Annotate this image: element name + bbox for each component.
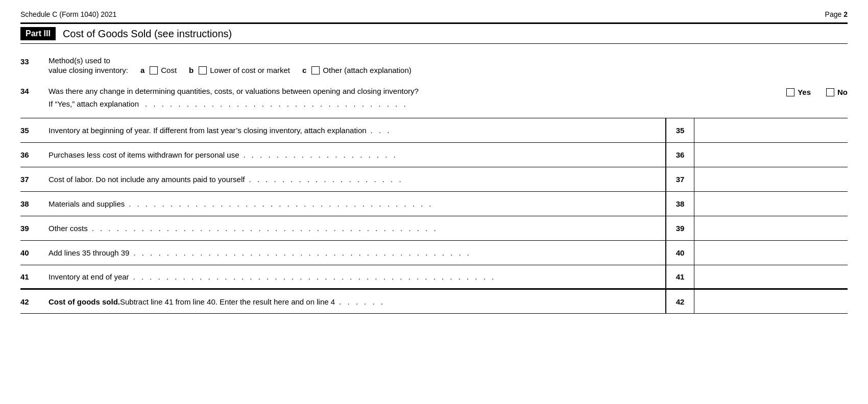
line-41-input-area: 41 (665, 265, 848, 288)
row-34: 34 Was there any change in determining q… (20, 83, 848, 113)
line-38-input-area: 38 (665, 192, 848, 216)
row-40: 40 Add lines 35 through 39 . . . . . . .… (20, 240, 848, 265)
line-42-desc: Cost of goods sold. Subtract line 41 fro… (49, 290, 665, 313)
line-38-box-id: 38 (666, 192, 694, 216)
line-37-input[interactable] (694, 167, 848, 191)
part-header: Part III Cost of Goods Sold (see instruc… (20, 22, 848, 44)
part-title: Cost of Goods Sold (see instructions) (63, 28, 232, 40)
line-42-input[interactable] (694, 290, 848, 313)
line-41-num: 41 (20, 265, 49, 288)
line-40-box-id: 40 (666, 241, 694, 265)
line-37-input-area: 37 (665, 167, 848, 191)
row-36: 36 Purchases less cost of items withdraw… (20, 142, 848, 167)
line-36-input-area: 36 (665, 143, 848, 167)
line-37-num: 37 (20, 167, 49, 191)
line-35-desc: Inventory at beginning of year. If diffe… (49, 118, 665, 142)
line-35-input-area: 35 (665, 118, 848, 142)
line-42-num: 42 (20, 290, 49, 313)
row-39: 39 Other costs . . . . . . . . . . . . .… (20, 216, 848, 240)
line-34-num: 34 (20, 86, 49, 95)
row-42: 42 Cost of goods sold. Subtract line 41 … (20, 289, 848, 314)
row-41: 41 Inventory at end of year . . . . . . … (20, 265, 848, 289)
line-33-desc: Method(s) used to value closing inventor… (49, 56, 848, 74)
checkbox-no[interactable] (826, 88, 834, 96)
checkbox-yes[interactable] (786, 88, 794, 96)
data-rows: 35 Inventory at beginning of year. If di… (20, 118, 848, 314)
row-35: 35 Inventory at beginning of year. If di… (20, 118, 848, 142)
line-42-box-id: 42 (666, 290, 694, 313)
checkbox-c[interactable] (311, 66, 320, 74)
line-36-desc: Purchases less cost of items withdrawn f… (49, 143, 665, 167)
no-option: No (826, 88, 848, 96)
line-33-num: 33 (20, 56, 49, 66)
line-42-input-area: 42 (665, 290, 848, 313)
yes-no-options: Yes No (786, 88, 848, 96)
row-38: 38 Materials and supplies . . . . . . . … (20, 191, 848, 216)
line-36-box-id: 36 (666, 143, 694, 167)
line-37-box-id: 37 (666, 167, 694, 191)
line-40-num: 40 (20, 241, 49, 265)
part-label: Part III (20, 27, 56, 40)
line-38-input[interactable] (694, 192, 848, 216)
line-35-box-id: 35 (666, 118, 694, 142)
line-39-num: 39 (20, 216, 49, 240)
option-c: c Other (attach explanation) (302, 66, 412, 74)
option-b: b Lower of cost or market (189, 66, 290, 74)
line-41-input[interactable] (694, 265, 848, 288)
line-36-input[interactable] (694, 143, 848, 167)
row-37: 37 Cost of labor. Do not include any amo… (20, 167, 848, 191)
line-41-desc: Inventory at end of year . . . . . . . .… (49, 265, 665, 288)
page-number: Page 2 (825, 10, 848, 18)
row-33: 33 Method(s) used to value closing inven… (20, 53, 848, 78)
line-39-desc: Other costs . . . . . . . . . . . . . . … (49, 216, 665, 240)
line-40-input-area: 40 (665, 241, 848, 265)
line-36-num: 36 (20, 143, 49, 167)
checkbox-a[interactable] (150, 66, 158, 74)
line-39-box-id: 39 (666, 216, 694, 240)
line-40-desc: Add lines 35 through 39 . . . . . . . . … (49, 241, 665, 265)
line-38-desc: Materials and supplies . . . . . . . . .… (49, 192, 665, 216)
line-35-input[interactable] (694, 118, 848, 142)
line-41-box-id: 41 (666, 265, 694, 288)
line-35-num: 35 (20, 118, 49, 142)
line-34-desc: Was there any change in determining quan… (49, 86, 786, 110)
option-a: a Cost (140, 66, 177, 74)
line-39-input-area: 39 (665, 216, 848, 240)
yes-option: Yes (786, 88, 811, 96)
checkbox-b[interactable] (199, 66, 207, 74)
line-38-num: 38 (20, 192, 49, 216)
form-title: Schedule C (Form 1040) 2021 (20, 10, 116, 18)
line-39-input[interactable] (694, 216, 848, 240)
line-40-input[interactable] (694, 241, 848, 265)
line-37-desc: Cost of labor. Do not include any amount… (49, 167, 665, 191)
